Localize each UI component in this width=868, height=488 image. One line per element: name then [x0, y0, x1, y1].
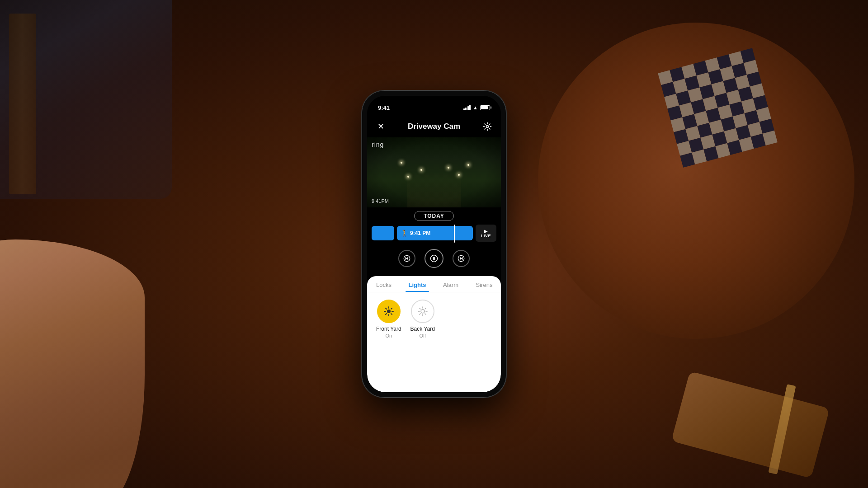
- pause-icon: [430, 254, 438, 263]
- signal-bar-4: [469, 105, 471, 110]
- phone-container: 9:41 ▲ ✕: [362, 90, 506, 398]
- motion-icon: 🚶: [401, 230, 408, 237]
- live-label: LIVE: [481, 234, 491, 238]
- tabs-row: Locks Lights Alarm Sirens: [367, 276, 501, 292]
- battery-icon: [480, 105, 490, 110]
- forward-button[interactable]: [453, 250, 470, 267]
- back-yard-icon-circle[interactable]: [411, 300, 434, 323]
- back-yard-name: Back Yard: [410, 326, 435, 332]
- back-yard-status: Off: [419, 333, 425, 338]
- signal-bar-3: [467, 106, 469, 110]
- svg-line-17: [391, 308, 392, 309]
- svg-rect-6: [434, 257, 435, 260]
- live-play-icon: ▶: [484, 229, 488, 234]
- device-front-yard[interactable]: Front Yard On: [376, 300, 401, 338]
- video-feed[interactable]: ring 9:41PM: [367, 137, 501, 207]
- front-yard-light-icon: [383, 306, 394, 317]
- ring-logo: ring: [372, 141, 384, 148]
- playback-controls: [372, 246, 496, 272]
- phone-device: 9:41 ▲ ✕: [362, 90, 506, 398]
- svg-line-15: [386, 308, 387, 309]
- signal-bar-1: [463, 108, 465, 110]
- svg-point-0: [486, 126, 488, 128]
- svg-line-24: [420, 308, 420, 309]
- status-icons: ▲: [463, 105, 490, 110]
- timeline-time: 9:41 PM: [410, 230, 430, 236]
- front-yard-status: On: [385, 333, 392, 338]
- svg-marker-2: [406, 257, 408, 259]
- gear-icon: [483, 122, 492, 131]
- rewind-button[interactable]: [398, 250, 415, 267]
- timeline-cursor: [454, 225, 455, 243]
- svg-line-26: [425, 308, 426, 309]
- bottom-panel: Locks Lights Alarm Sirens: [367, 276, 501, 392]
- svg-line-18: [386, 314, 387, 314]
- tab-locks[interactable]: Locks: [367, 276, 401, 292]
- tab-alarm[interactable]: Alarm: [434, 276, 467, 292]
- rewind-icon: [403, 255, 410, 262]
- timeline-section: TODAY 🚶 9:41 PM ▶ LIVE: [367, 207, 501, 276]
- svg-rect-5: [433, 257, 434, 260]
- timeline-scrubber[interactable]: 🚶 9:41 PM ▶ LIVE: [372, 225, 496, 242]
- pause-button[interactable]: [425, 249, 443, 268]
- svg-line-27: [420, 314, 420, 314]
- svg-point-4: [431, 255, 438, 262]
- fisheye-vignette: [367, 137, 501, 207]
- battery-fill: [481, 106, 488, 109]
- close-button[interactable]: ✕: [374, 120, 387, 133]
- status-time: 9:41: [378, 104, 390, 111]
- timeline-segment-left[interactable]: [372, 226, 394, 240]
- status-bar: 9:41 ▲: [367, 96, 501, 116]
- today-pill[interactable]: TODAY: [414, 211, 454, 221]
- front-yard-name: Front Yard: [376, 326, 401, 332]
- video-timestamp: 9:41PM: [372, 198, 389, 204]
- svg-point-19: [421, 310, 425, 313]
- svg-point-10: [387, 310, 391, 313]
- settings-button[interactable]: [481, 120, 494, 133]
- lights-devices-grid: Front Yard On: [367, 292, 501, 346]
- header-title: Driveway Cam: [408, 122, 460, 131]
- svg-line-16: [391, 314, 392, 314]
- tab-sirens[interactable]: Sirens: [467, 276, 501, 292]
- signal-icon: [463, 105, 471, 110]
- signal-bar-2: [465, 108, 467, 110]
- live-button[interactable]: ▶ LIVE: [476, 225, 496, 242]
- wifi-icon: ▲: [473, 105, 478, 110]
- tab-lights[interactable]: Lights: [401, 276, 434, 292]
- back-yard-light-icon: [417, 306, 428, 317]
- forward-icon: [458, 255, 465, 262]
- screen-content: ✕ Driveway Cam: [367, 116, 501, 392]
- device-back-yard[interactable]: Back Yard Off: [410, 300, 435, 338]
- hand-holding-phone: [0, 239, 145, 488]
- timeline-middle[interactable]: 🚶 9:41 PM: [397, 226, 473, 240]
- phone-screen: 9:41 ▲ ✕: [367, 96, 501, 392]
- today-badge: TODAY: [372, 211, 496, 221]
- front-yard-icon-circle[interactable]: [377, 300, 401, 323]
- app-header: ✕ Driveway Cam: [367, 116, 501, 137]
- svg-line-25: [425, 314, 426, 314]
- svg-marker-8: [460, 257, 462, 259]
